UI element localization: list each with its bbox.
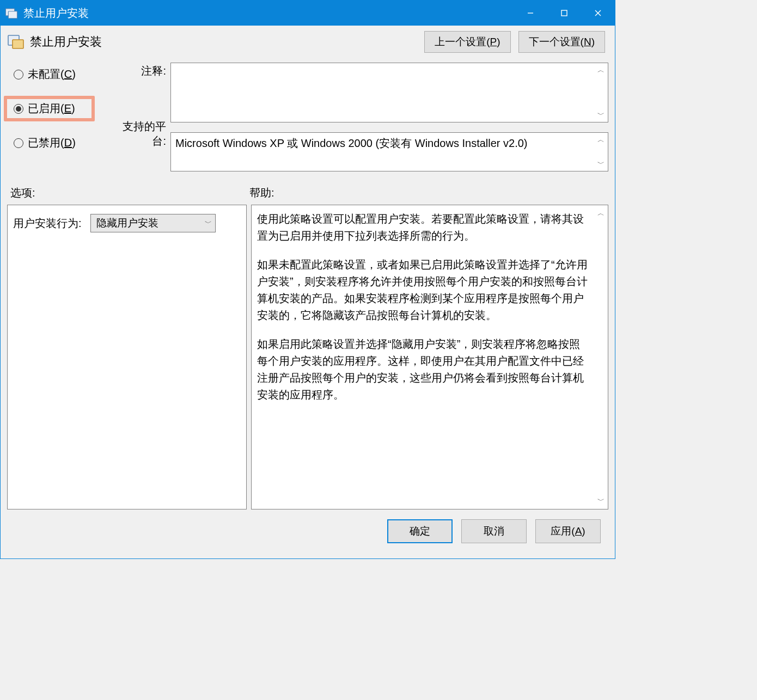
content: 禁止用户安装 上一个设置(P) 下一个设置(N) 未配置(C) 已启用(E) [1, 26, 615, 558]
app-icon [4, 5, 19, 21]
radio-icon [14, 104, 23, 114]
help-paragraph: 如果未配置此策略设置，或者如果已启用此策略设置并选择了“允许用户安装”，则安装程… [257, 256, 590, 324]
svg-rect-3 [561, 10, 567, 16]
user-install-behavior-select[interactable]: 隐藏用户安装 ﹀ [90, 214, 216, 232]
radio-disabled[interactable]: 已禁用(D) [10, 133, 111, 152]
window-title: 禁止用户安装 [23, 6, 514, 21]
apply-button[interactable]: 应用(A) [535, 519, 601, 543]
radio-enabled[interactable]: 已启用(E) [4, 96, 95, 121]
help-paragraph: 使用此策略设置可以配置用户安装。若要配置此策略设置，请将其设置为已启用并使用下拉… [257, 211, 590, 244]
supported-on-text: Microsoft Windows XP 或 Windows 2000 (安装有… [170, 132, 608, 171]
chevron-down-icon: ﹀ [205, 218, 212, 228]
maximize-button[interactable] [547, 1, 581, 26]
svg-rect-7 [13, 40, 23, 48]
options-panel: 用户安装行为: 隐藏用户安装 ﹀ [7, 205, 247, 509]
window: 禁止用户安装 禁止用户安装 [0, 0, 615, 559]
radio-icon [14, 70, 23, 79]
titlebar[interactable]: 禁止用户安装 [1, 1, 615, 26]
help-label: 帮助: [249, 186, 608, 200]
comment-label: 注释: [111, 64, 170, 78]
next-setting-button[interactable]: 下一个设置(N) [518, 31, 605, 53]
minimize-button[interactable] [514, 1, 547, 26]
scroll-down-icon[interactable]: ﹀ [595, 495, 607, 507]
close-button[interactable] [581, 1, 615, 26]
ok-button[interactable]: 确定 [387, 519, 453, 543]
radio-not-configured[interactable]: 未配置(C) [10, 65, 111, 84]
svg-rect-1 [8, 11, 17, 19]
scroll-up-icon[interactable]: ︿ [595, 207, 607, 219]
previous-setting-button[interactable]: 上一个设置(P) [424, 31, 510, 53]
option-label: 用户安装行为: [13, 216, 82, 231]
help-panel: 使用此策略设置可以配置用户安装。若要配置此策略设置，请将其设置为已启用并使用下拉… [251, 205, 608, 509]
cancel-button[interactable]: 取消 [461, 519, 527, 543]
scroll-up-icon[interactable]: ︿ [595, 64, 607, 76]
scroll-down-icon[interactable]: ﹀ [595, 158, 607, 170]
scroll-up-icon[interactable]: ︿ [595, 134, 607, 146]
supported-label: 支持的平台: [111, 119, 170, 149]
page-icon [7, 33, 25, 51]
options-label: 选项: [7, 186, 249, 200]
help-paragraph: 如果启用此策略设置并选择“隐藏用户安装”，则安装程序将忽略按照每个用户安装的应用… [257, 336, 590, 403]
comment-textbox[interactable]: ︿ ﹀ [170, 63, 608, 122]
radio-icon [14, 138, 23, 148]
page-title: 禁止用户安装 [30, 34, 424, 50]
scroll-down-icon[interactable]: ﹀ [595, 109, 607, 121]
